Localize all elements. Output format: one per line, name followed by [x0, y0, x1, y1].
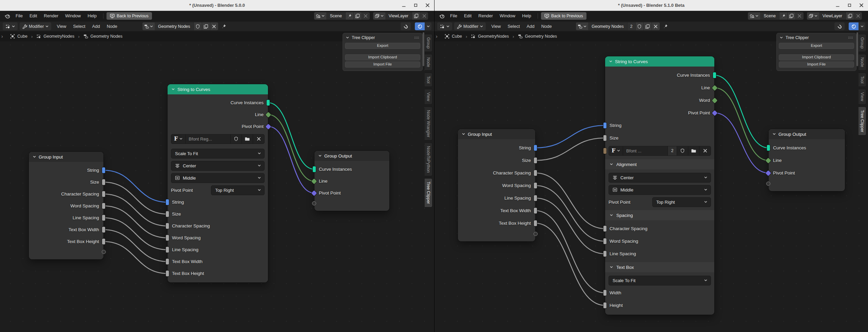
node-go[interactable]: Group OutputCurve InstancesLinePivot Poi… — [769, 129, 845, 191]
menu-edit[interactable]: Edit — [461, 11, 475, 21]
fake-user-shield-button[interactable] — [635, 22, 643, 30]
pin-icon[interactable] — [663, 24, 668, 29]
font-name[interactable]: Bfont ... — [623, 146, 668, 155]
sidebar-tab-view[interactable]: View — [425, 89, 432, 105]
menu-select[interactable]: Select — [504, 21, 523, 32]
node-tree-type-button[interactable] — [576, 22, 588, 30]
scene-pin-button[interactable] — [779, 12, 787, 20]
window-minimize-button[interactable] — [401, 3, 406, 8]
window-minimize-button[interactable] — [835, 3, 840, 8]
menu-window[interactable]: Window — [62, 11, 84, 21]
socket-curve-instances[interactable] — [713, 72, 716, 78]
dropdown-center[interactable]: Center — [171, 161, 265, 171]
menu-window[interactable]: Window — [496, 11, 519, 21]
pin-icon[interactable] — [221, 24, 226, 29]
socket-word-spacing[interactable] — [102, 203, 105, 209]
socket-curve-instances[interactable] — [767, 145, 770, 151]
toolbar-expand-chevron[interactable]: › — [1, 34, 3, 39]
scene-copy-button[interactable] — [353, 12, 362, 20]
socket-line-spacing[interactable] — [534, 195, 537, 201]
subpanel-header-alignment[interactable]: Alignment — [605, 159, 714, 169]
subpanel-header-spacing[interactable]: Spacing — [605, 210, 714, 220]
font-unlink-button[interactable] — [699, 146, 711, 155]
socket-text-box-height[interactable] — [102, 239, 105, 244]
socket-character-spacing[interactable] — [603, 226, 606, 232]
virtual-socket[interactable] — [766, 182, 770, 186]
sidebar-tab-node[interactable]: Node — [425, 54, 432, 71]
node-editor-canvas[interactable]: ›Cube›GeometryNodes›Geometry NodesGroup … — [435, 31, 868, 332]
toolbar-expand-chevron[interactable]: › — [436, 34, 438, 39]
viewlayer-type-button[interactable] — [807, 12, 819, 20]
socket-curve-instances[interactable] — [267, 100, 270, 106]
node-header[interactable]: Group Output — [769, 129, 845, 139]
viewlayer-remove-button[interactable] — [420, 12, 428, 20]
back-to-previous-button[interactable]: Back to Previous — [107, 12, 152, 20]
sidebar-tab-group[interactable]: Group — [425, 34, 432, 52]
node-tree-type-button[interactable] — [142, 22, 155, 30]
socket-word-spacing[interactable] — [603, 238, 606, 244]
node-editor-canvas[interactable]: ›Cube›GeometryNodes›Geometry NodesGroup … — [0, 31, 434, 332]
socket-text-box-width[interactable] — [166, 259, 169, 264]
socket-width[interactable] — [603, 290, 606, 296]
socket-text-box-height[interactable] — [166, 271, 169, 276]
dropdown-scale-to-fit[interactable]: Scale To Fit — [609, 276, 711, 285]
panel-button-import-clipboard[interactable]: Import Clipboard — [345, 54, 420, 60]
socket-size[interactable] — [534, 158, 537, 163]
socket-size[interactable] — [603, 135, 606, 141]
scene-unlink-button[interactable] — [362, 12, 370, 20]
menu-add[interactable]: Add — [89, 21, 103, 32]
viewlayer-type-button[interactable] — [373, 12, 385, 20]
overlays-toggle-button[interactable] — [849, 22, 859, 30]
virtual-socket[interactable] — [312, 201, 316, 205]
overlays-dropdown-button[interactable] — [859, 22, 865, 30]
panel-button-import-clipboard[interactable]: Import Clipboard — [779, 54, 854, 60]
socket-character-spacing[interactable] — [102, 191, 105, 197]
dropdown-middle[interactable]: Middle — [609, 185, 711, 195]
node-header[interactable]: String to Curves — [605, 56, 714, 67]
node-header[interactable]: Group Input — [29, 152, 103, 162]
node-header[interactable]: Group Input — [458, 129, 535, 139]
font-selector[interactable]: FBfont Reg... — [171, 134, 265, 144]
socket-text-box-height[interactable] — [534, 220, 537, 226]
drag-handle-icon[interactable] — [414, 36, 419, 39]
sidebar-tab-group[interactable]: Group — [859, 34, 866, 52]
menu-node[interactable]: Node — [538, 21, 555, 32]
socket-word-spacing[interactable] — [166, 235, 169, 241]
font-name[interactable]: Bfont Reg... — [186, 134, 231, 144]
font-fake-user-button[interactable] — [677, 146, 688, 155]
socket-string[interactable] — [166, 199, 169, 205]
scene-unlink-button[interactable] — [795, 12, 804, 20]
font-unlink-button[interactable] — [253, 134, 264, 144]
socket-character-spacing[interactable] — [534, 170, 537, 176]
virtual-socket[interactable] — [102, 250, 106, 254]
sidebar-scrollbar[interactable] — [856, 32, 858, 66]
dropdown-top-right[interactable]: Top Right — [652, 197, 711, 207]
node-header[interactable]: Group Output — [314, 151, 389, 161]
menu-add[interactable]: Add — [523, 21, 538, 32]
font-type-button[interactable]: F — [171, 134, 186, 144]
sidebar-tab-node-wrangler[interactable]: Node Wrangler — [425, 107, 432, 141]
editor-type-button[interactable] — [437, 22, 452, 30]
node-tree-name[interactable]: Geometry Nodes — [588, 22, 627, 30]
scene-pin-button[interactable] — [345, 12, 353, 20]
menu-render[interactable]: Render — [475, 11, 496, 21]
overlays-dropdown-button[interactable] — [425, 22, 431, 30]
viewlayer-copy-button[interactable] — [846, 12, 854, 20]
node-gi[interactable]: Group InputStringSizeCharacter SpacingWo… — [29, 152, 103, 259]
sidebar-tab-tool[interactable]: Tool — [425, 73, 432, 87]
scene-name[interactable]: Scene — [326, 12, 345, 20]
menu-edit[interactable]: Edit — [26, 11, 40, 21]
socket-size[interactable] — [166, 211, 169, 217]
socket-curve-instances[interactable] — [313, 166, 316, 172]
socket-line-spacing[interactable] — [166, 247, 169, 253]
panel-button-import-file[interactable]: Import File — [779, 61, 854, 68]
viewlayer-name[interactable]: ViewLayer — [819, 12, 846, 20]
sidebar-tab-nodetopython[interactable]: NodeToPython — [425, 143, 432, 176]
socket-line-spacing[interactable] — [603, 251, 606, 257]
dropdown-center[interactable]: Center — [609, 173, 711, 183]
sidebar-scrollbar[interactable] — [423, 32, 424, 66]
socket-text-box-width[interactable] — [534, 208, 537, 214]
socket-word-spacing[interactable] — [534, 183, 537, 188]
window-close-button[interactable] — [859, 3, 864, 8]
panel-button-export[interactable]: Export — [345, 43, 420, 49]
